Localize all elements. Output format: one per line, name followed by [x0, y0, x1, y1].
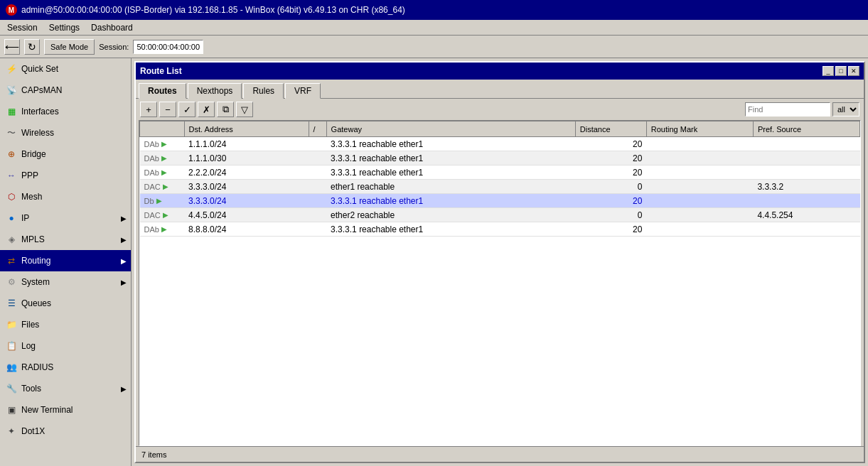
tab-bar: Routes Nexthops Rules VRF: [136, 80, 864, 99]
table-row[interactable]: DAb ▶ 8.8.8.0/243.3.3.1 reachable ether1…: [140, 222, 860, 237]
col-flag[interactable]: [140, 121, 185, 137]
filter-select[interactable]: all: [832, 102, 859, 116]
sidebar-item-newterminal[interactable]: ▣ New Terminal: [0, 399, 131, 421]
col-dst-address[interactable]: Dst. Address: [184, 121, 309, 137]
sidebar-label-files: Files: [21, 320, 39, 330]
sidebar-item-dot1x[interactable]: ✦ Dot1X: [0, 421, 131, 442]
distance-cell: 20: [575, 194, 646, 208]
sidebar-item-ip[interactable]: ● IP ▶: [0, 207, 131, 229]
menu-settings[interactable]: Settings: [45, 21, 84, 34]
flag-cell: DAb ▶: [140, 166, 185, 180]
tab-nexthops[interactable]: Nexthops: [188, 83, 242, 99]
content-area: Route List _ □ ✕ Routes Nexthops Rules V…: [132, 58, 868, 466]
tools-arrow: ▶: [121, 385, 127, 393]
mesh-icon: ⬡: [6, 191, 17, 202]
col-sort[interactable]: /: [309, 121, 326, 137]
main-layout: ⚡ Quick Set 📡 CAPsMAN ▦ Interfaces 〜 Wir…: [0, 58, 868, 466]
table-toolbar: + − ✓ ✗ ⧉ ▽ all: [136, 99, 864, 120]
main-toolbar: ⟵ ↻ Safe Mode Session: 50:00:00:04:00:00: [0, 36, 868, 58]
tab-rules[interactable]: Rules: [243, 83, 284, 99]
table-row[interactable]: Db ▶ 3.3.3.0/243.3.3.1 reachable ether12…: [140, 194, 860, 208]
distance-link[interactable]: 20: [633, 196, 642, 206]
sidebar-item-files[interactable]: 📁 Files: [0, 314, 131, 335]
table-row[interactable]: DAC ▶ 3.3.3.0/24ether1 reachable03.3.3.2: [140, 180, 860, 194]
add-button[interactable]: +: [140, 102, 157, 117]
log-icon: 📋: [6, 340, 17, 352]
sidebar-item-radius[interactable]: 👥 RADIUS: [0, 357, 131, 378]
menu-dashboard[interactable]: Dashboard: [87, 21, 137, 34]
system-arrow: ▶: [121, 278, 127, 286]
sidebar-item-log[interactable]: 📋 Log: [0, 335, 131, 357]
tab-routes[interactable]: Routes: [139, 83, 186, 99]
bridge-icon: ⊕: [6, 148, 17, 160]
distance-cell: 0: [575, 180, 646, 194]
find-input[interactable]: [745, 102, 830, 116]
sidebar-item-queues[interactable]: ☰ Queues: [0, 293, 131, 314]
routes-table-container: Dst. Address / Gateway Distance Routing …: [139, 120, 861, 446]
sidebar-label-ppp: PPP: [21, 170, 38, 180]
filter-button[interactable]: ▽: [236, 102, 253, 117]
session-label: Session:: [99, 43, 129, 51]
sidebar-item-interfaces[interactable]: ▦ Interfaces: [0, 101, 131, 122]
flag-cell: Db ▶: [140, 194, 185, 208]
ppp-icon: ↔: [6, 170, 17, 181]
table-row[interactable]: DAb ▶ 2.2.2.0/243.3.3.1 reachable ether1…: [140, 166, 860, 180]
flag-cell: DAb ▶: [140, 151, 185, 166]
gateway-cell: 3.3.3.1 reachable ether1: [326, 137, 575, 151]
window-title: Route List: [140, 66, 182, 76]
sidebar-item-ppp[interactable]: ↔ PPP: [0, 165, 131, 186]
enable-button[interactable]: ✓: [178, 102, 195, 117]
flag-cell: DAb ▶: [140, 137, 185, 151]
disable-button[interactable]: ✗: [198, 102, 215, 117]
window-maximize-button[interactable]: □: [835, 66, 847, 76]
queues-icon: ☰: [6, 298, 17, 309]
routing-mark-cell: [646, 222, 753, 237]
pref-source-cell: [753, 151, 859, 166]
safemode-button[interactable]: Safe Mode: [44, 39, 95, 55]
sidebar-item-quickset[interactable]: ⚡ Quick Set: [0, 58, 131, 80]
title-bar: M admin@50:00:00:04:00:00 (ISP-Border) v…: [0, 0, 868, 20]
sidebar-item-mpls[interactable]: ◈ MPLS ▶: [0, 229, 131, 250]
sidebar-label-tools: Tools: [21, 384, 41, 394]
col-routing-mark[interactable]: Routing Mark: [646, 121, 753, 137]
tab-vrf[interactable]: VRF: [285, 83, 321, 99]
gateway-link[interactable]: 3.3.3.1 reachable ether1: [331, 196, 423, 206]
menu-session[interactable]: Session: [3, 21, 42, 34]
routing-mark-cell: [646, 180, 753, 194]
sidebar-item-bridge[interactable]: ⊕ Bridge: [0, 143, 131, 165]
dst-address-cell: 8.8.8.0/24: [184, 222, 309, 237]
sidebar-label-system: System: [21, 277, 50, 287]
gateway-cell: ether1 reachable: [326, 180, 575, 194]
col-pref-source[interactable]: Pref. Source: [753, 121, 859, 137]
sort-cell: [309, 180, 326, 194]
sidebar-item-tools[interactable]: 🔧 Tools ▶: [0, 378, 131, 399]
flag-cell: DAC ▶: [140, 208, 185, 222]
sidebar-label-queues: Queues: [21, 298, 51, 308]
sort-cell: [309, 137, 326, 151]
table-row[interactable]: DAb ▶ 1.1.1.0/243.3.3.1 reachable ether1…: [140, 137, 860, 151]
sidebar-item-capsman[interactable]: 📡 CAPsMAN: [0, 80, 131, 101]
back-button[interactable]: ⟵: [4, 39, 20, 55]
window-close-button[interactable]: ✕: [848, 66, 859, 76]
dst-link[interactable]: 3.3.3.0/24: [188, 196, 226, 206]
copy-button[interactable]: ⧉: [217, 102, 234, 117]
window-minimize-button[interactable]: _: [823, 66, 834, 76]
dst-address-cell: 2.2.2.0/24: [184, 166, 309, 180]
table-row[interactable]: DAb ▶ 1.1.1.0/303.3.3.1 reachable ether1…: [140, 151, 860, 166]
sidebar-label-bridge: Bridge: [21, 149, 46, 159]
sidebar-item-mesh[interactable]: ⬡ Mesh: [0, 186, 131, 207]
sort-cell: [309, 194, 326, 208]
sidebar-item-system[interactable]: ⚙ System ▶: [0, 271, 131, 293]
col-gateway[interactable]: Gateway: [326, 121, 575, 137]
sidebar-item-wireless[interactable]: 〜 Wireless: [0, 122, 131, 143]
radius-icon: 👥: [6, 362, 17, 373]
sidebar-item-routing[interactable]: ⇄ Routing ▶: [0, 250, 131, 271]
flag-cell: DAb ▶: [140, 222, 185, 237]
remove-button[interactable]: −: [159, 102, 176, 117]
col-distance[interactable]: Distance: [575, 121, 646, 137]
system-icon: ⚙: [6, 276, 17, 288]
table-row[interactable]: DAC ▶ 4.4.5.0/24ether2 reachable04.4.5.2…: [140, 208, 860, 222]
refresh-button[interactable]: ↻: [24, 39, 40, 55]
sort-cell: [309, 166, 326, 180]
sidebar-label-mesh: Mesh: [21, 192, 42, 202]
